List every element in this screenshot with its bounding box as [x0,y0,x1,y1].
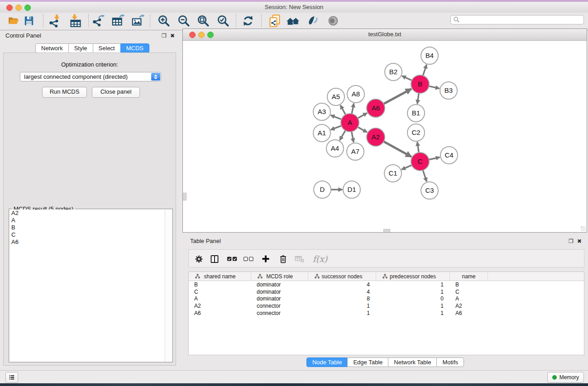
svg-text:B2: B2 [389,68,397,76]
result-item-a6[interactable]: A6 [10,238,172,246]
svg-text:D1: D1 [347,186,356,193]
node-A8[interactable]: A8 [347,86,364,103]
column-header-mcds-role[interactable]: MCDS role [251,272,308,281]
zoom-out-icon[interactable] [177,14,191,28]
node-table[interactable]: shared nameMCDS rolesuccessor nodesprede… [188,272,584,355]
export-image-icon[interactable] [131,14,145,28]
export-network-icon[interactable] [91,14,106,28]
node-B2[interactable]: B2 [385,63,402,81]
network-close-button[interactable] [189,32,196,38]
node-D1[interactable]: D1 [343,181,360,198]
open-session-icon[interactable] [6,14,21,28]
close-panel-icon[interactable]: ✖ [170,33,175,39]
run-mcds-button[interactable]: Run MCDS [42,87,87,98]
search-icon [453,16,460,23]
result-item-c[interactable]: C [10,231,172,238]
node-C3[interactable]: C3 [421,182,438,199]
tab-mcds[interactable]: MCDS [120,43,149,53]
resize-grip[interactable] [581,226,586,231]
network-zoom-button[interactable] [207,32,214,38]
import-network-icon[interactable] [48,14,62,28]
horizontal-scroll-thumb[interactable] [383,229,390,232]
node-A[interactable]: A [341,114,359,132]
network-canvas[interactable]: B4B2BB3A8A5A6A3B1AC2A1A2A4A7C4CC1C3DD1 [183,41,587,232]
save-session-icon[interactable] [22,14,36,28]
float-panel-icon[interactable]: ❐ [162,33,167,39]
result-item-b[interactable]: B [10,224,172,231]
tab-node-table[interactable]: Node Table [306,357,348,367]
node-A3[interactable]: A3 [313,103,330,120]
node-A6[interactable]: A6 [367,99,385,117]
node-A1[interactable]: A1 [313,124,330,142]
home-icon[interactable] [286,14,300,28]
import-table-icon[interactable] [68,14,83,28]
export-table-icon[interactable] [111,14,125,28]
svg-text:B: B [418,80,422,88]
tab-edge-table[interactable]: Edge Table [347,357,388,367]
column-header-predecessor-nodes[interactable]: predecessor nodes [376,272,450,281]
node-D[interactable]: D [314,181,331,198]
column-header-shared-name[interactable]: shared name [189,272,251,281]
node-B1[interactable]: B1 [407,105,425,122]
node-B3[interactable]: B3 [440,82,457,99]
delete-column-icon[interactable] [277,253,288,264]
close-panel-button[interactable]: Close panel [92,87,140,98]
close-window-button[interactable] [6,5,13,11]
deselect-all-checkboxes-icon[interactable] [243,253,254,264]
table-row-a[interactable]: Adominator80A [189,295,584,303]
search-input[interactable] [450,15,584,24]
show-panels-button[interactable] [5,372,18,383]
svg-text:C2: C2 [411,129,420,136]
table-row-b[interactable]: Bdominator41B [189,281,584,288]
column-header-successor-nodes[interactable]: successor nodes [308,272,376,281]
clone-network-icon[interactable] [268,14,282,28]
node-A7[interactable]: A7 [347,143,364,160]
svg-text:A2: A2 [372,133,380,141]
tab-select[interactable]: Select [93,43,121,53]
zoom-in-icon[interactable] [157,14,171,28]
column-header-name[interactable]: name [450,272,488,281]
mcds-result-list[interactable]: A2ABCA6 [10,210,172,362]
network-window-titlebar[interactable]: testGlobe.txt [183,29,587,41]
network-minimize-button[interactable] [198,32,205,38]
zoom-window-button[interactable] [24,5,31,11]
node-A4[interactable]: A4 [326,140,344,157]
tab-network[interactable]: Network [35,43,69,53]
node-A2[interactable]: A2 [367,128,385,146]
vertical-scroll-thumb[interactable] [183,193,186,200]
table-row-a6[interactable]: A6connector11A6 [189,310,584,317]
memory-button[interactable]: Memory [547,372,584,383]
table-row-c[interactable]: Cdominator41C [189,288,584,295]
criterion-dropdown[interactable]: largest connected component (directed) [20,72,161,81]
node-C4[interactable]: C4 [440,147,458,164]
table-row-a2[interactable]: A2connector11A2 [189,302,584,310]
zoom-selected-icon[interactable] [216,14,230,28]
tab-motifs[interactable]: Motifs [436,357,464,367]
cell-name: A [450,295,488,302]
table-float-panel-icon[interactable]: ❐ [569,238,574,244]
result-scrollbar[interactable] [165,210,172,362]
column-panel-icon[interactable] [209,253,220,264]
zoom-fit-icon[interactable] [196,14,210,28]
minimize-window-button[interactable] [15,5,22,11]
node-C[interactable]: C [411,152,429,171]
add-column-icon[interactable] [260,253,271,264]
node-A5[interactable]: A5 [327,88,344,105]
settings-gear-icon[interactable] [193,253,204,264]
tab-style[interactable]: Style [68,43,93,53]
result-item-a[interactable]: A [10,217,172,224]
tab-network-table[interactable]: Network Table [388,357,437,367]
table-close-panel-icon[interactable]: ✖ [577,238,582,244]
mcds-panel: Optimization criterion: largest connecte… [3,52,176,366]
network-window-title: testGlobe.txt [183,29,587,40]
select-all-checkboxes-icon[interactable] [227,253,238,264]
node-C2[interactable]: C2 [407,124,425,141]
node-B[interactable]: B [411,75,429,93]
graphics-details-icon[interactable] [305,14,320,28]
birds-eye-icon[interactable] [326,14,340,28]
node-C1[interactable]: C1 [384,165,402,182]
result-item-a2[interactable]: A2 [10,210,172,217]
node-B4[interactable]: B4 [421,47,438,64]
refresh-icon[interactable] [241,14,255,28]
column-label: MCDS role [266,273,293,280]
